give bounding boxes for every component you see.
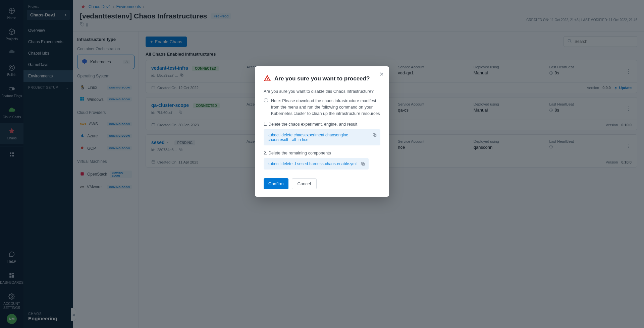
copy-icon[interactable] xyxy=(361,161,365,167)
confirm-modal: ✕ Are you sure you want to proceed? Are … xyxy=(255,66,389,197)
info-icon xyxy=(264,98,268,117)
modal-note: Note: Please download the chaos infrastr… xyxy=(264,98,380,117)
modal-step-1: 1. Delete the chaos experiment, engine, … xyxy=(264,122,380,127)
modal-question: Are you sure you want to disable this Ch… xyxy=(264,89,380,94)
cancel-button[interactable]: Cancel xyxy=(292,178,317,189)
modal-note-text: Note: Please download the chaos infrastr… xyxy=(271,98,380,117)
close-icon[interactable]: ✕ xyxy=(379,71,384,77)
code-block-2: kubectl delete -f sesed-harness-chaos-en… xyxy=(264,158,369,170)
confirm-button[interactable]: Confirm xyxy=(264,178,288,189)
modal-title: Are you sure you want to proceed? xyxy=(274,75,370,82)
code-block-1: kubectl delete chaosexperiment chaosengi… xyxy=(264,129,380,145)
code-text-1: kubectl delete chaosexperiment chaosengi… xyxy=(268,133,348,142)
copy-icon[interactable] xyxy=(372,133,377,138)
code-text-2: kubectl delete -f sesed-harness-chaos-en… xyxy=(268,161,357,166)
warning-icon xyxy=(264,74,271,83)
modal-step-2: 2. Delete the remaining components xyxy=(264,151,380,155)
